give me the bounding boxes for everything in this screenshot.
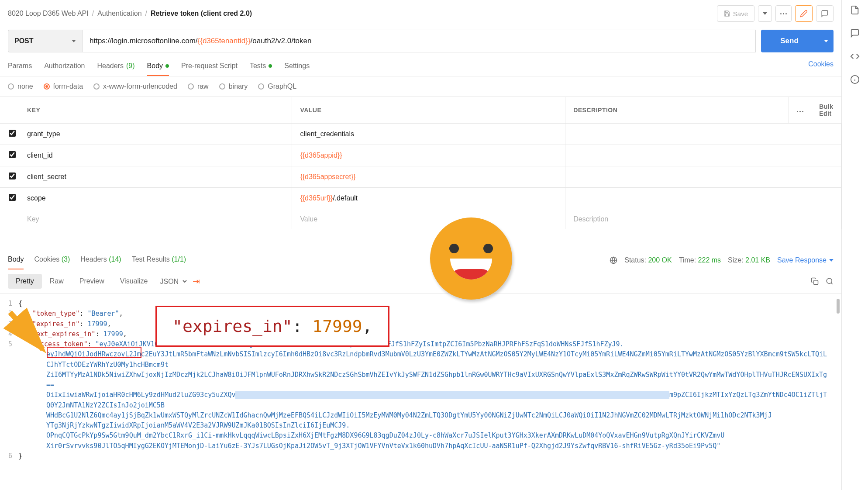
col-value: VALUE bbox=[292, 97, 565, 124]
more-actions[interactable] bbox=[775, 5, 792, 22]
resp-tab-headers[interactable]: Headers (14) bbox=[80, 251, 121, 269]
new-desc-input[interactable]: Description bbox=[565, 209, 841, 230]
line-wrap[interactable]: ⇥ bbox=[188, 274, 204, 289]
row-checkbox[interactable] bbox=[9, 151, 16, 158]
body-type-formdata[interactable]: form-data bbox=[44, 83, 83, 90]
table-row[interactable]: client_secret{{d365appsecret}} bbox=[0, 166, 841, 188]
svg-line-4 bbox=[831, 283, 832, 284]
body-type-graphql[interactable]: GraphQL bbox=[258, 83, 296, 90]
row-key[interactable]: grant_type bbox=[19, 124, 292, 145]
pencil-icon bbox=[800, 10, 808, 17]
row-desc[interactable] bbox=[565, 145, 841, 166]
col-actions[interactable] bbox=[789, 97, 812, 124]
col-key: KEY bbox=[19, 97, 292, 124]
tab-headers[interactable]: Headers (9) bbox=[97, 58, 135, 76]
comment-icon bbox=[821, 10, 829, 17]
tab-tests[interactable]: Tests bbox=[250, 58, 272, 76]
view-preview[interactable]: Preview bbox=[72, 274, 112, 289]
view-raw[interactable]: Raw bbox=[42, 274, 72, 289]
sidebar-code-icon[interactable] bbox=[850, 52, 860, 62]
row-value[interactable]: {{d365appid}} bbox=[292, 145, 565, 166]
table-row[interactable]: grant_typeclient_credentials bbox=[0, 124, 841, 145]
send-dropdown[interactable] bbox=[818, 30, 834, 52]
tab-prerequest[interactable]: Pre-request Script bbox=[181, 58, 238, 76]
tab-settings[interactable]: Settings bbox=[284, 58, 310, 76]
table-row[interactable]: scope{{d365url}}/.default bbox=[0, 188, 841, 209]
globe-icon bbox=[610, 256, 617, 264]
save-button[interactable]: Save bbox=[717, 5, 754, 22]
row-value[interactable]: client_credentials bbox=[292, 124, 565, 145]
svg-rect-2 bbox=[814, 280, 818, 285]
body-type-none[interactable]: none bbox=[8, 83, 33, 90]
edit-button[interactable] bbox=[795, 5, 813, 22]
row-checkbox[interactable] bbox=[9, 130, 16, 137]
scrollbar-thumb[interactable] bbox=[837, 299, 840, 314]
emoji-overlay bbox=[430, 217, 512, 300]
response-body[interactable]: 1{ 2"token_type": "Bearer", 3"expires_in… bbox=[0, 293, 841, 490]
row-desc[interactable] bbox=[565, 166, 841, 188]
new-value-input[interactable]: Value bbox=[292, 209, 565, 230]
view-visualize[interactable]: Visualize bbox=[112, 274, 156, 289]
row-key[interactable]: client_secret bbox=[19, 166, 292, 188]
tab-body[interactable]: Body bbox=[147, 58, 169, 76]
row-checkbox[interactable] bbox=[9, 194, 16, 201]
col-desc: DESCRIPTION bbox=[565, 97, 789, 124]
new-key-input[interactable]: Key bbox=[19, 209, 292, 230]
resp-tab-cookies[interactable]: Cookies (3) bbox=[34, 251, 70, 269]
resp-tab-body[interactable]: Body bbox=[8, 251, 24, 269]
tab-params[interactable]: Params bbox=[8, 58, 32, 76]
search-icon[interactable] bbox=[826, 277, 834, 285]
breadcrumb-collection[interactable]: 8020 Loop D365 Web API bbox=[8, 10, 89, 17]
save-dropdown[interactable] bbox=[758, 5, 772, 22]
send-button[interactable]: Send bbox=[761, 30, 818, 52]
row-value[interactable]: {{d365url}}/.default bbox=[292, 188, 565, 209]
body-type-urlencoded[interactable]: x-www-form-urlencoded bbox=[93, 83, 177, 90]
row-desc[interactable] bbox=[565, 188, 841, 209]
format-select[interactable]: JSON bbox=[155, 274, 188, 289]
resp-tab-tests[interactable]: Test Results (1/1) bbox=[132, 251, 186, 269]
comment-button[interactable] bbox=[816, 5, 834, 22]
row-key[interactable]: scope bbox=[19, 188, 292, 209]
row-checkbox[interactable] bbox=[9, 173, 16, 179]
method-select[interactable]: POST bbox=[8, 30, 82, 52]
body-type-binary[interactable]: binary bbox=[219, 83, 248, 90]
breadcrumb-folder[interactable]: Authentication bbox=[97, 10, 141, 17]
sidebar-comment-icon[interactable] bbox=[850, 28, 860, 39]
body-type-raw[interactable]: raw bbox=[188, 83, 209, 90]
breadcrumb-request[interactable]: Retrieve token (client cred 2.0) bbox=[151, 10, 252, 17]
copy-icon[interactable] bbox=[811, 277, 819, 285]
svg-point-3 bbox=[827, 278, 832, 283]
table-row[interactable]: client_id{{d365appid}} bbox=[0, 145, 841, 166]
row-key[interactable]: client_id bbox=[19, 145, 292, 166]
row-desc[interactable] bbox=[565, 124, 841, 145]
breadcrumb: 8020 Loop D365 Web API / Authentication … bbox=[8, 10, 252, 17]
sidebar-doc-icon[interactable] bbox=[850, 5, 860, 16]
save-response[interactable]: Save Response bbox=[777, 256, 834, 264]
bulk-edit[interactable]: Bulk Edit bbox=[811, 97, 841, 124]
save-icon bbox=[723, 10, 730, 17]
url-input[interactable]: https://login.microsoftonline.com/{{d365… bbox=[82, 30, 756, 52]
sidebar-info-icon[interactable] bbox=[850, 75, 860, 86]
tab-authorization[interactable]: Authorization bbox=[44, 58, 85, 76]
cookies-link[interactable]: Cookies bbox=[808, 60, 834, 73]
view-pretty[interactable]: Pretty bbox=[8, 274, 42, 289]
row-value[interactable]: {{d365appsecret}} bbox=[292, 166, 565, 188]
